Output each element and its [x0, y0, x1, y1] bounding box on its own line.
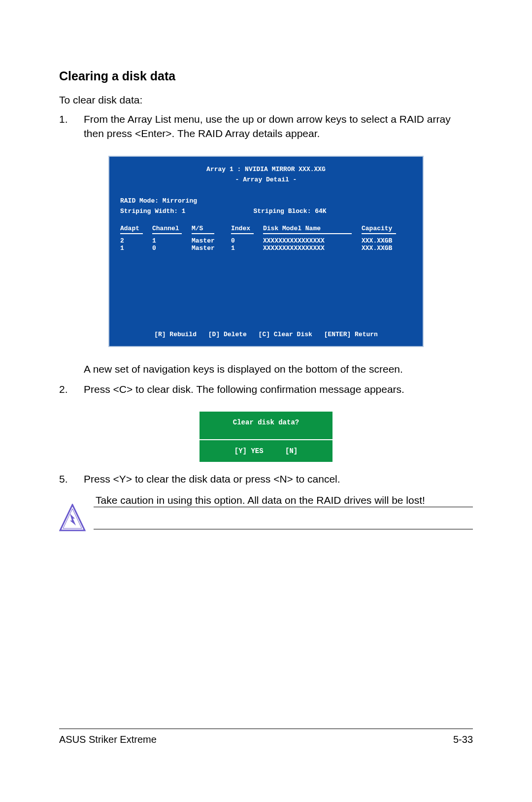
- cell-model: XXXXXXXXXXXXXXXX: [263, 237, 362, 244]
- page-footer: ASUS Striker Extreme 5-33: [59, 729, 473, 745]
- step-2-text: Press <C> to clear disk. The following c…: [84, 382, 473, 396]
- key-clear[interactable]: [C] Clear Disk: [259, 331, 312, 338]
- bios-array-detail-panel: Array 1 : NVIDIA MIRROR XXX.XXG - Array …: [108, 156, 424, 347]
- cell-capacity: XXX.XXGB: [362, 244, 406, 252]
- col-adapt: Adapt: [120, 225, 152, 232]
- after-bios-text: A new set of navigation keys is displaye…: [84, 362, 473, 376]
- cell-channel: 0: [152, 244, 192, 252]
- cell-ms: Master: [192, 237, 231, 244]
- col-channel: Channel: [152, 225, 192, 232]
- step-5: 5. Press <Y> to clear the disk data or p…: [59, 472, 473, 486]
- step-1-text: From the Array List menu, use the up or …: [84, 112, 473, 141]
- step-2: 2. Press <C> to clear disk. The followin…: [59, 382, 473, 396]
- step-2-number: 2.: [59, 382, 84, 396]
- clear-disk-dialog: Clear disk data? [Y] YES [N]: [200, 412, 332, 462]
- table-row: 2 1 Master 0 XXXXXXXXXXXXXXXX XXX.XXGB: [120, 237, 412, 244]
- cell-index: 0: [231, 237, 263, 244]
- step-5-number: 5.: [59, 472, 84, 486]
- bios-striping-row: Striping Width: 1 Striping Block: 64K: [120, 208, 412, 215]
- dialog-no[interactable]: [N]: [285, 447, 298, 455]
- bios-footer-keys: [R] Rebuild [D] Delete [C] Clear Disk [E…: [120, 331, 412, 338]
- key-return[interactable]: [ENTER] Return: [324, 331, 378, 338]
- cell-ms: Master: [192, 244, 231, 252]
- intro-text: To clear disk data:: [59, 94, 473, 106]
- step-5-text: Press <Y> to clear the disk data or pres…: [84, 472, 473, 486]
- step-1-number: 1.: [59, 112, 84, 141]
- cell-adapt: 2: [120, 237, 152, 244]
- table-row: 1 0 Master 1 XXXXXXXXXXXXXXXX XXX.XXGB: [120, 244, 412, 252]
- step-1: 1. From the Array List menu, use the up …: [59, 112, 473, 141]
- col-ms: M/S: [192, 225, 231, 232]
- key-rebuild[interactable]: [R] Rebuild: [154, 331, 197, 338]
- bios-array-subtitle: - Array Detail -: [120, 176, 412, 183]
- bios-striping-block: Striping Block: 64K: [253, 208, 326, 215]
- footer-product: ASUS Striker Extreme: [59, 734, 157, 745]
- cell-capacity: XXX.XXGB: [362, 237, 406, 244]
- dialog-options: [Y] YES [N]: [200, 440, 332, 462]
- bios-raid-mode: RAID Mode: Mirroring: [120, 197, 412, 205]
- bios-striping-width: Striping Width: 1: [120, 208, 186, 215]
- caution-text: Take caution in using this option. All d…: [94, 494, 473, 506]
- bios-table-header: Adapt Channel M/S Index Disk Model Name …: [120, 225, 412, 232]
- section-heading: Clearing a disk data: [59, 69, 473, 83]
- col-index: Index: [231, 225, 263, 232]
- cell-adapt: 1: [120, 244, 152, 252]
- key-delete[interactable]: [D] Delete: [208, 331, 247, 338]
- cell-channel: 1: [152, 237, 192, 244]
- col-model: Disk Model Name: [263, 225, 362, 232]
- dialog-yes[interactable]: [Y] YES: [234, 447, 264, 455]
- caution-row: Take caution in using this option. All d…: [59, 504, 473, 532]
- caution-icon: [59, 504, 94, 532]
- cell-model: XXXXXXXXXXXXXXXX: [263, 244, 362, 252]
- dialog-title: Clear disk data?: [200, 412, 332, 439]
- cell-index: 1: [231, 244, 263, 252]
- bios-disk-table: Adapt Channel M/S Index Disk Model Name …: [120, 225, 412, 252]
- footer-page-number: 5-33: [453, 734, 473, 745]
- bios-table-underlines: [120, 233, 412, 234]
- bios-array-title: Array 1 : NVIDIA MIRROR XXX.XXG: [120, 166, 412, 173]
- col-capacity: Capacity: [362, 225, 406, 232]
